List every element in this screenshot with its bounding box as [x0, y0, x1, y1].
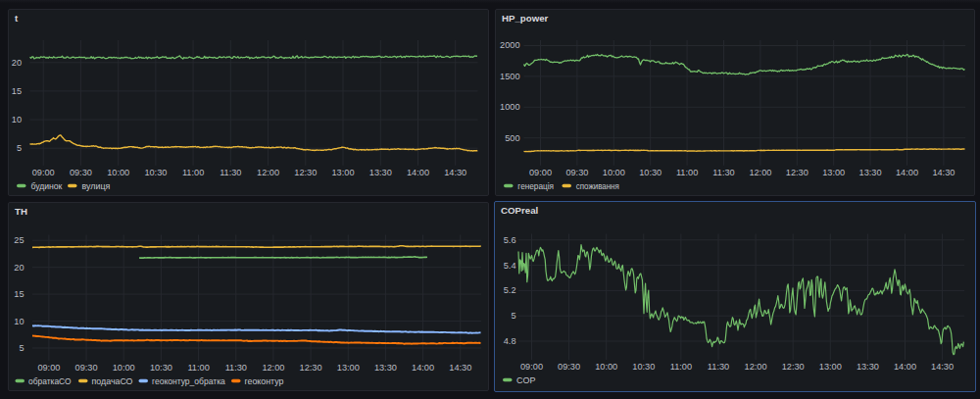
svg-text:10:00: 10:00	[113, 363, 135, 373]
svg-text:вулиця: вулиця	[82, 180, 111, 190]
svg-text:t: t	[15, 13, 19, 24]
svg-text:10:30: 10:30	[144, 168, 167, 177]
svg-text:13:00: 13:00	[332, 168, 355, 177]
svg-text:09:00: 09:00	[529, 168, 552, 177]
svg-text:09:30: 09:30	[558, 362, 580, 372]
svg-text:09:30: 09:30	[565, 168, 588, 177]
svg-text:10:30: 10:30	[639, 168, 662, 177]
svg-text:5: 5	[19, 342, 24, 352]
svg-text:споживання: споживання	[575, 180, 618, 190]
svg-text:10:30: 10:30	[632, 362, 655, 372]
svg-text:1500: 1500	[500, 71, 519, 80]
svg-text:10:30: 10:30	[150, 363, 172, 373]
svg-text:12:00: 12:00	[744, 362, 766, 372]
svg-text:TH: TH	[15, 206, 27, 217]
svg-text:10:00: 10:00	[107, 168, 129, 177]
svg-text:20: 20	[14, 262, 24, 272]
svg-text:5: 5	[17, 143, 22, 153]
svg-text:5: 5	[511, 311, 515, 321]
svg-text:11:00: 11:00	[182, 168, 204, 177]
svg-text:генерація: генерація	[517, 180, 554, 190]
svg-text:COP: COP	[516, 375, 536, 385]
svg-text:15: 15	[14, 289, 24, 299]
svg-text:14:30: 14:30	[932, 168, 955, 177]
svg-text:10: 10	[12, 115, 22, 125]
svg-text:подачаСО: подачаСО	[92, 375, 133, 385]
svg-text:500: 500	[505, 132, 519, 142]
svg-text:14:00: 14:00	[896, 168, 918, 177]
svg-text:10: 10	[14, 316, 24, 325]
svg-text:13:30: 13:30	[856, 362, 878, 372]
svg-text:1000: 1000	[500, 102, 519, 112]
svg-text:5.4: 5.4	[503, 261, 515, 271]
svg-text:11:30: 11:30	[225, 363, 247, 373]
svg-text:12:00: 12:00	[257, 168, 279, 177]
svg-text:11:30: 11:30	[220, 168, 241, 177]
svg-text:5.2: 5.2	[503, 285, 515, 295]
svg-text:12:30: 12:30	[781, 362, 804, 372]
svg-text:25: 25	[14, 235, 24, 245]
svg-text:12:00: 12:00	[749, 168, 771, 177]
svg-text:геоконтур_обратка: геоконтур_обратка	[152, 375, 226, 385]
svg-text:геоконтур: геоконтур	[245, 375, 284, 385]
svg-text:14:00: 14:00	[412, 363, 434, 373]
svg-text:5.6: 5.6	[503, 235, 515, 245]
svg-text:11:30: 11:30	[707, 362, 728, 372]
svg-text:12:00: 12:00	[262, 363, 284, 373]
svg-text:11:00: 11:00	[669, 362, 691, 372]
svg-text:11:00: 11:00	[187, 363, 209, 373]
svg-text:14:30: 14:30	[444, 168, 466, 177]
svg-text:14:30: 14:30	[931, 362, 954, 372]
svg-text:14:30: 14:30	[449, 363, 471, 373]
svg-text:20: 20	[12, 57, 22, 67]
svg-text:09:00: 09:00	[32, 168, 55, 177]
svg-text:14:00: 14:00	[407, 168, 429, 177]
svg-text:13:00: 13:00	[337, 363, 360, 373]
svg-text:09:00: 09:00	[520, 362, 543, 372]
svg-text:HP_power: HP_power	[502, 13, 549, 24]
svg-text:13:30: 13:30	[374, 363, 397, 373]
svg-text:будинок: будинок	[30, 180, 63, 190]
svg-text:12:30: 12:30	[294, 168, 317, 177]
svg-text:11:00: 11:00	[675, 168, 697, 177]
svg-text:4.8: 4.8	[503, 336, 515, 346]
svg-text:12:30: 12:30	[300, 363, 322, 373]
svg-text:2000: 2000	[500, 40, 519, 50]
svg-text:COPreal: COPreal	[501, 205, 538, 216]
svg-text:09:00: 09:00	[37, 363, 60, 373]
svg-text:09:30: 09:30	[75, 363, 98, 373]
svg-text:11:30: 11:30	[712, 168, 734, 177]
svg-text:14:00: 14:00	[894, 362, 916, 372]
svg-text:12:30: 12:30	[785, 168, 808, 177]
svg-text:13:00: 13:00	[822, 168, 845, 177]
svg-text:13:00: 13:00	[818, 362, 841, 372]
svg-text:13:30: 13:30	[369, 168, 392, 177]
svg-text:13:30: 13:30	[858, 168, 881, 177]
svg-text:обраткаСО: обраткаСО	[28, 375, 72, 385]
svg-text:10:00: 10:00	[602, 168, 624, 177]
svg-text:09:30: 09:30	[70, 168, 92, 177]
svg-text:10:00: 10:00	[595, 362, 617, 372]
svg-text:15: 15	[12, 85, 22, 95]
